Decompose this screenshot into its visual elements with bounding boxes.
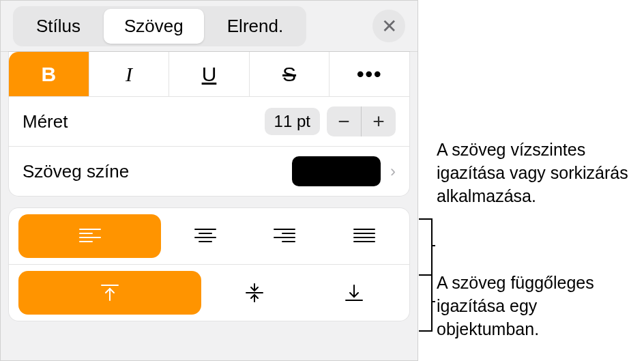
more-styles-button[interactable]: ••• [330,52,409,96]
text-color-row[interactable]: Szöveg színe › [9,147,409,196]
align-right-icon [273,227,296,245]
strikethrough-icon: S [282,63,296,86]
underline-icon: U [202,63,217,86]
size-decrease-button[interactable]: − [327,106,362,136]
callout-tick-horiz [431,245,435,246]
align-left-icon [78,227,102,245]
annotation-vertical-align: A szöveg függőleges igazítása egy objekt… [437,272,634,341]
align-center-icon [194,227,217,245]
valign-middle-icon [244,283,265,303]
align-justify-icon [353,227,376,245]
tab-style[interactable]: Stílus [16,9,101,44]
annotation-horizontal-align: A szöveg vízszintes igazítása vagy sorki… [437,139,634,207]
callout-bracket-vert [419,274,433,332]
font-section: B I U S ••• Méret 11 pt − + Szöveg színe… [9,52,409,196]
valign-middle-button[interactable] [209,271,301,315]
tab-arrange[interactable]: Elrend. [207,9,304,44]
valign-top-button[interactable] [18,271,201,315]
tab-text-label: Szöveg [124,16,184,36]
tab-arrange-label: Elrend. [227,16,283,36]
ellipsis-icon: ••• [357,63,383,86]
size-stepper: − + [327,106,396,136]
chevron-right-icon: › [390,162,396,181]
tab-bar: Stílus Szöveg Elrend. ✕ [1,1,418,52]
size-row: Méret 11 pt − + [9,97,409,147]
font-style-row: B I U S ••• [9,52,409,97]
size-value[interactable]: 11 pt [265,108,320,135]
underline-button[interactable]: U [169,52,250,96]
callout-tick-vert [431,301,435,302]
bold-icon: B [41,63,56,86]
bold-button[interactable]: B [9,52,89,96]
tab-text[interactable]: Szöveg [104,9,204,44]
size-increase-button[interactable]: + [362,106,396,136]
alignment-section [9,208,409,321]
text-color-swatch[interactable] [292,156,381,186]
italic-icon: I [126,63,132,86]
tab-segmented-control: Stílus Szöveg Elrend. [13,6,306,46]
text-color-label: Szöveg színe [23,161,129,182]
valign-bottom-icon [344,283,364,303]
size-label: Méret [23,111,68,132]
italic-button[interactable]: I [89,52,170,96]
close-button[interactable]: ✕ [372,10,405,42]
minus-icon: − [338,110,350,133]
close-icon: ✕ [381,15,397,38]
callout-bracket-horiz [419,218,433,276]
vertical-align-row [9,265,409,321]
align-left-button[interactable] [18,214,161,258]
align-center-button[interactable] [169,214,241,258]
align-justify-button[interactable] [328,214,400,258]
strikethrough-button[interactable]: S [250,52,330,96]
align-right-button[interactable] [249,214,321,258]
horizontal-align-row [9,208,409,265]
valign-top-icon [100,283,120,303]
tab-style-label: Stílus [36,16,80,36]
plus-icon: + [372,110,385,133]
valign-bottom-button[interactable] [308,271,400,315]
